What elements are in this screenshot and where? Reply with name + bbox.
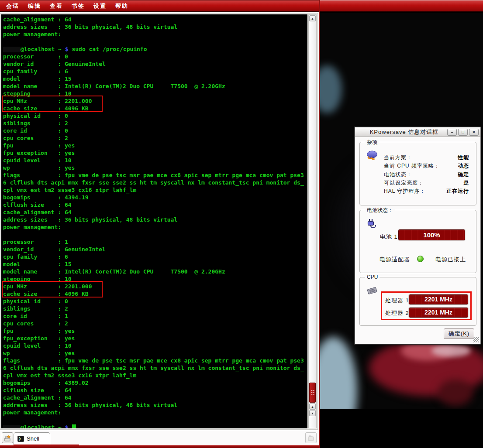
ok-button-text-suffix: ) [467, 330, 469, 337]
ok-button[interactable]: 确定(K) [444, 328, 474, 339]
misc-legend: 杂项 [365, 139, 379, 146]
terminal-line: address sizes : 36 bits physical, 48 bit… [3, 216, 307, 223]
terminal-line: power management: [3, 223, 307, 231]
konsole-window: 会话编辑查看书签设置帮助 cache_alignment : 64address… [0, 0, 319, 448]
ok-button-text: 确定( [448, 330, 463, 337]
dialog-titlebar[interactable]: KPowersave 信息对话框 – □ ✕ [355, 127, 480, 137]
terminal-line: siblings : 2 [3, 120, 307, 127]
misc-row: 可以设定亮度： 是 [384, 179, 469, 187]
terminal-line: cpu cores : 2 [3, 320, 307, 327]
scrollbar-thumb[interactable] [309, 383, 316, 403]
terminal-line: @localhost ~ $ sudo cat /proc/cpuinfo [3, 45, 307, 53]
menu-item[interactable]: 帮助 [112, 1, 132, 11]
menu-item[interactable]: 查看 [46, 1, 66, 11]
redacted-username [3, 425, 21, 428]
terminal-line: flags : fpu vme de pse tsc msr pae mce c… [3, 357, 307, 364]
video-blue-highlight [320, 65, 342, 113]
terminal-line: @localhost ~ $ [3, 424, 307, 428]
video-titlebar [320, 0, 483, 12]
resize-grip[interactable] [473, 337, 479, 342]
terminal-line: bogomips : 4394.19 [3, 194, 307, 201]
terminal-line: siblings : 2 [3, 305, 307, 312]
terminal-cursor [72, 424, 76, 428]
terminal-line: power management: [3, 31, 307, 38]
terminal-line: core id : 1 [3, 312, 307, 320]
terminal-line: cpu family : 6 [3, 253, 307, 260]
terminal-line: cache_alignment : 64 [3, 394, 307, 401]
tab-shell[interactable]: ❯_ Shell [14, 432, 50, 445]
menu-item[interactable]: 设置 [90, 1, 110, 11]
terminal-line: cpu cores : 2 [3, 134, 307, 142]
redacted-username [3, 47, 21, 52]
terminal-line: cpuid level : 10 [3, 157, 307, 164]
terminal-line [3, 416, 307, 424]
terminal-line: physical id : 0 [3, 112, 307, 120]
battery-legend: 电池状态： [365, 207, 395, 214]
terminal-line: cpl vmx est tm2 ssse3 cx16 xtpr lahf_lm [3, 372, 307, 379]
terminal-line: cache size : 4096 KB [3, 105, 307, 112]
terminal-line: fpu_exception : yes [3, 335, 307, 342]
video-fabric-pattern [431, 345, 471, 357]
terminal-line: fpu : yes [3, 142, 307, 149]
misc-row: HAL 守护程序： 正在运行 [384, 187, 469, 195]
misc-row-value: 确定 [458, 171, 469, 178]
close-session-icon [307, 434, 315, 442]
misc-row-value: 性能 [458, 154, 469, 161]
kpowersave-dialog: KPowersave 信息对话框 – □ ✕ 杂项 当前方案： [355, 127, 481, 344]
kpowersave-icon [366, 150, 378, 161]
battery-percentage: 100% [423, 231, 440, 239]
misc-row-label: HAL 守护程序： [384, 188, 425, 195]
terminal-line: model : 15 [3, 260, 307, 268]
terminal-viewport[interactable]: cache_alignment : 64address sizes : 36 b… [1, 14, 307, 428]
cpu-group: CPU 处理器 1 2201 MHz 处理器 2 2201 MHz [359, 277, 476, 326]
terminal-lines: cache_alignment : 64address sizes : 36 b… [3, 16, 307, 428]
terminal-scrollbar[interactable]: ▲ ▲ ▼ [308, 14, 317, 428]
terminal-line: clflush size : 64 [3, 386, 307, 394]
terminal-line: cache_alignment : 64 [3, 209, 307, 216]
misc-row-value: 正在运行 [446, 188, 469, 195]
terminal-line: fpu : yes [3, 327, 307, 335]
misc-row: 当前方案： 性能 [384, 154, 469, 162]
maximize-icon[interactable]: □ [458, 129, 468, 136]
menu-item[interactable]: 会话 [3, 1, 23, 11]
terminal-line: physical id : 0 [3, 298, 307, 305]
konsole-bottom-border [0, 445, 319, 448]
new-session-icon [3, 434, 11, 442]
scrollbar-grip [311, 390, 315, 397]
terminal-line: stepping : 10 [3, 90, 307, 97]
shell-tab-label: Shell [27, 435, 39, 442]
konsole-menubar: 会话编辑查看书签设置帮助 [0, 0, 319, 12]
session-tabbar: ❯_ Shell [0, 430, 319, 445]
terminal-line: model name : Intel(R) Core(TM)2 Duo CPU … [3, 268, 307, 275]
terminal-line: power management: [3, 409, 307, 416]
adapter-status: 电源已接上 [435, 256, 466, 263]
scroll-down-icon[interactable]: ▼ [309, 410, 316, 416]
scroll-up2-icon[interactable]: ▲ [309, 404, 316, 410]
power-plug-icon [366, 218, 377, 229]
terminal-line [3, 231, 307, 238]
minimize-icon[interactable]: – [447, 129, 457, 136]
ok-button-accesskey: K [463, 330, 467, 337]
terminal-line: core id : 0 [3, 127, 307, 134]
close-session-button[interactable] [305, 432, 317, 443]
misc-row-label: 当前 CPU 频率策略： [384, 162, 440, 170]
terminal-line: processor : 0 [3, 53, 307, 60]
terminal-line: wp : yes [3, 164, 307, 171]
terminal-line: bogomips : 4389.02 [3, 379, 307, 386]
close-icon[interactable]: ✕ [469, 129, 479, 136]
misc-row-label: 电池状态： [384, 171, 412, 178]
terminal-line: model name : Intel(R) Core(TM)2 Duo CPU … [3, 82, 307, 90]
shell-tab-icon: ❯_ [17, 436, 24, 442]
misc-row: 电池状态： 确定 [384, 171, 469, 179]
terminal-line: processor : 1 [3, 238, 307, 246]
terminal-line: cpu MHz : 2201.000 [3, 283, 307, 290]
video-red-shadow [438, 380, 473, 406]
scroll-up-icon[interactable]: ▲ [309, 15, 316, 21]
adapter-led-icon [417, 256, 424, 262]
terminal-line: clflush size : 64 [3, 201, 307, 209]
new-session-button[interactable] [2, 432, 13, 443]
terminal-line: address sizes : 36 bits physical, 48 bit… [3, 23, 307, 31]
menu-item[interactable]: 编辑 [24, 1, 45, 11]
menu-item[interactable]: 书签 [68, 1, 88, 11]
battery-group: 电池状态： 电池 1 100% 电源适配器 电源已接上 [359, 210, 476, 273]
